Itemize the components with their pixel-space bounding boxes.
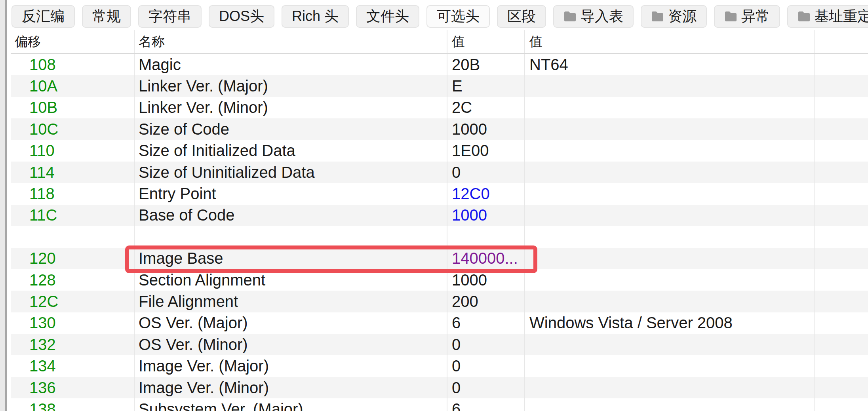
- extra-cell[interactable]: [815, 75, 868, 97]
- name-cell[interactable]: Image Base: [135, 248, 447, 269]
- value-cell[interactable]: 6: [447, 312, 525, 334]
- extra-cell[interactable]: [815, 226, 868, 247]
- extra-cell[interactable]: [815, 248, 868, 269]
- name-cell[interactable]: Size of Initialized Data: [135, 140, 447, 162]
- value2-cell[interactable]: [525, 118, 815, 140]
- value2-cell[interactable]: [525, 355, 815, 377]
- offset-cell[interactable]: 134: [11, 355, 135, 377]
- value2-cell[interactable]: [525, 291, 815, 312]
- tab-资源[interactable]: 资源: [641, 5, 707, 28]
- name-cell[interactable]: Subsystem Ver. (Major): [135, 398, 447, 411]
- value2-cell[interactable]: [525, 226, 815, 247]
- table-row-10B[interactable]: 10BLinker Ver. (Minor)2C: [11, 97, 868, 118]
- extra-cell[interactable]: [815, 205, 868, 226]
- extra-cell[interactable]: [815, 377, 868, 398]
- extra-cell[interactable]: [815, 118, 868, 140]
- extra-cell[interactable]: [815, 97, 868, 118]
- offset-cell[interactable]: 10C: [11, 118, 135, 140]
- table-row-132[interactable]: 132OS Ver. (Minor)0: [11, 334, 868, 355]
- name-cell[interactable]: File Alignment: [135, 291, 447, 312]
- value-cell[interactable]: 0: [447, 377, 525, 398]
- name-cell[interactable]: Entry Point: [135, 183, 447, 204]
- value-cell[interactable]: 0: [447, 334, 525, 355]
- tab-字符串[interactable]: 字符串: [138, 5, 202, 28]
- extra-cell[interactable]: [815, 398, 868, 411]
- header-value[interactable]: 值: [447, 30, 525, 53]
- value2-cell[interactable]: [525, 334, 815, 355]
- value-cell[interactable]: 2C: [447, 97, 525, 118]
- offset-cell[interactable]: 120: [11, 248, 135, 269]
- table-row-11C[interactable]: 11CBase of Code1000: [11, 205, 868, 226]
- table-row-10C[interactable]: 10CSize of Code1000: [11, 118, 868, 140]
- table-row-120[interactable]: 120Image Base140000...: [11, 248, 868, 269]
- value-cell[interactable]: E: [447, 75, 525, 97]
- table-row-128[interactable]: 128Section Alignment1000: [11, 269, 868, 291]
- offset-cell[interactable]: 132: [11, 334, 135, 355]
- extra-cell[interactable]: [815, 140, 868, 162]
- offset-cell[interactable]: 108: [11, 54, 135, 75]
- tab-区段[interactable]: 区段: [497, 5, 546, 28]
- table-row-136[interactable]: 136Image Ver. (Minor)0: [11, 377, 868, 398]
- value2-cell[interactable]: [525, 97, 815, 118]
- tab-基址重定位[interactable]: 基址重定位: [787, 5, 868, 28]
- tab-导入表[interactable]: 导入表: [553, 5, 634, 28]
- value-cell[interactable]: 12C0: [447, 183, 525, 204]
- name-cell[interactable]: Linker Ver. (Major): [135, 75, 447, 97]
- extra-cell[interactable]: [815, 312, 868, 334]
- table-row-138[interactable]: 138Subsystem Ver. (Major)6: [11, 398, 868, 411]
- value-cell[interactable]: 0: [447, 162, 525, 183]
- value-cell[interactable]: 1000: [447, 269, 525, 291]
- value2-cell[interactable]: [525, 377, 815, 398]
- table-row-118[interactable]: 118Entry Point12C0: [11, 183, 868, 204]
- header-value2[interactable]: 值: [525, 30, 815, 53]
- header-offset[interactable]: 偏移: [11, 30, 135, 53]
- offset-cell[interactable]: 110: [11, 140, 135, 162]
- offset-cell[interactable]: 130: [11, 312, 135, 334]
- table-row-10A[interactable]: 10ALinker Ver. (Major)E: [11, 75, 868, 97]
- panel-splitter[interactable]: [5, 0, 7, 411]
- extra-cell[interactable]: [815, 355, 868, 377]
- value-cell[interactable]: [447, 226, 525, 247]
- value2-cell[interactable]: NT64: [525, 54, 815, 75]
- value2-cell[interactable]: [525, 205, 815, 226]
- value-cell[interactable]: 1E00: [447, 140, 525, 162]
- value2-cell[interactable]: [525, 162, 815, 183]
- name-cell[interactable]: Image Ver. (Major): [135, 355, 447, 377]
- header-name[interactable]: 名称: [135, 30, 447, 53]
- table-row-12C[interactable]: 12CFile Alignment200: [11, 291, 868, 312]
- name-cell[interactable]: Section Alignment: [135, 269, 447, 291]
- offset-cell[interactable]: 10B: [11, 97, 135, 118]
- value-cell[interactable]: 6: [447, 398, 525, 411]
- name-cell[interactable]: Magic: [135, 54, 447, 75]
- value2-cell[interactable]: [525, 75, 815, 97]
- offset-cell[interactable]: 11C: [11, 205, 135, 226]
- offset-cell[interactable]: [11, 226, 135, 247]
- value-cell[interactable]: 140000...: [447, 248, 525, 269]
- name-cell[interactable]: OS Ver. (Minor): [135, 334, 447, 355]
- extra-cell[interactable]: [815, 162, 868, 183]
- value-cell[interactable]: 1000: [447, 205, 525, 226]
- tab-反汇编[interactable]: 反汇编: [11, 5, 75, 28]
- tab-异常[interactable]: 异常: [714, 5, 780, 28]
- value-cell[interactable]: 20B: [447, 54, 525, 75]
- name-cell[interactable]: [135, 226, 447, 247]
- name-cell[interactable]: Image Ver. (Minor): [135, 377, 447, 398]
- value-cell[interactable]: 0: [447, 355, 525, 377]
- tab-文件头[interactable]: 文件头: [356, 5, 419, 28]
- table-row-108[interactable]: 108Magic20BNT64: [11, 54, 868, 75]
- tab-常规[interactable]: 常规: [82, 5, 131, 28]
- value-cell[interactable]: 1000: [447, 118, 525, 140]
- offset-cell[interactable]: 136: [11, 377, 135, 398]
- extra-cell[interactable]: [815, 54, 868, 75]
- offset-cell[interactable]: 128: [11, 269, 135, 291]
- table-row-spacer[interactable]: [11, 226, 868, 247]
- value2-cell[interactable]: [525, 398, 815, 411]
- offset-cell[interactable]: 10A: [11, 75, 135, 97]
- tab-可选头[interactable]: 可选头: [426, 5, 490, 28]
- table-row-134[interactable]: 134Image Ver. (Major)0: [11, 355, 868, 377]
- extra-cell[interactable]: [815, 291, 868, 312]
- name-cell[interactable]: Base of Code: [135, 205, 447, 226]
- table-row-114[interactable]: 114Size of Uninitialized Data0: [11, 162, 868, 183]
- offset-cell[interactable]: 118: [11, 183, 135, 204]
- extra-cell[interactable]: [815, 183, 868, 204]
